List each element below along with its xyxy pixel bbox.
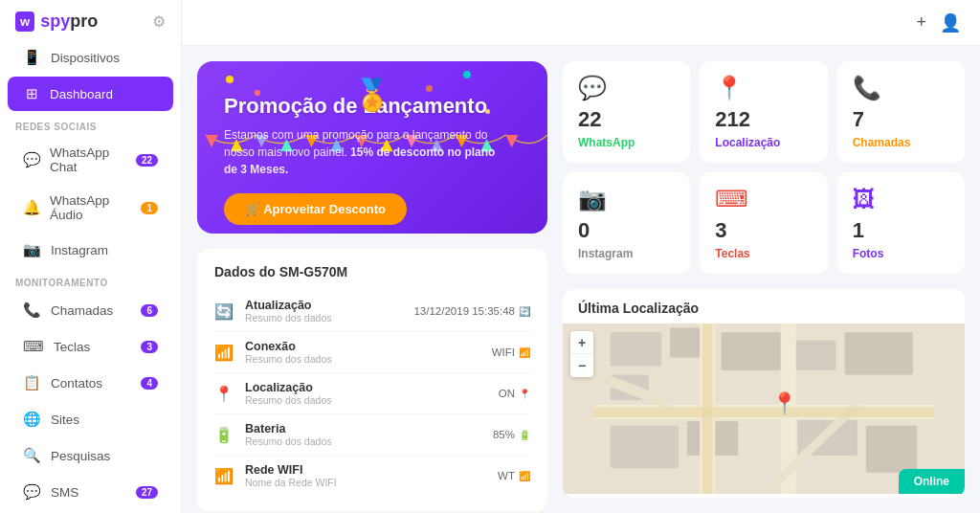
sidebar-item-dispositivos[interactable]: 📱 Dispositivos [8, 40, 173, 75]
stat-card-localizacao[interactable]: 📍 212 Localização [700, 61, 827, 163]
sidebar-item-dashboard[interactable]: ⊞ Dashboard [8, 77, 173, 111]
sidebar-item-label: Dispositivos [51, 51, 120, 65]
sidebar-item-whatsapp-chat[interactable]: 💬 WhatsApp Chat 22 [8, 137, 173, 183]
sidebar-item-label: WhatsApp Chat [50, 145, 126, 174]
device-row-info: Rede WIFI Nome da Rede WIFI [245, 463, 498, 488]
sidebar-item-sms[interactable]: 💬 SMS 27 [8, 475, 173, 509]
whatsapp-stat-number: 22 [578, 107, 675, 132]
map-pin: 📍 [771, 391, 797, 416]
localizacao-stat-icon: 📍 [715, 75, 812, 101]
whatsapp-icon: 💬 [23, 151, 40, 168]
device-data-section: Dados do SM-G570M 🔄 Atualização Resumo d… [197, 249, 547, 511]
sidebar-item-label: Sites [51, 413, 79, 427]
promo-banner: 🏅 Promoção de Lançamento Estamos com uma… [197, 61, 547, 234]
map-title: Última Localização [563, 289, 965, 323]
sidebar-item-whatsapp-audio[interactable]: 🔔 WhatsApp Áudio 1 [8, 185, 173, 231]
battery2-icon: 🔋 [519, 430, 530, 440]
sidebar-item-pesquisas[interactable]: 🔍 Pesquisas [8, 438, 173, 473]
search-icon: 🔍 [23, 447, 41, 464]
location3-icon: 📍 [519, 389, 530, 399]
fotos-stat-number: 1 [853, 218, 949, 243]
chamadas-badge: 6 [141, 304, 158, 317]
sidebar-item-label: Chamadas [51, 303, 113, 318]
contacts-icon: 📋 [23, 374, 41, 391]
device-row-rede-wifi: 📶 Rede WIFI Nome da Rede WIFI WT 📶 [214, 456, 530, 496]
sidebar-item-chamadas[interactable]: 📞 Chamadas 6 [8, 293, 173, 327]
zoom-out-button[interactable]: − [570, 354, 593, 377]
add-icon[interactable]: + [916, 12, 926, 33]
wifi2-icon: 📶 [519, 347, 530, 358]
whatsapp-audio-badge: 1 [141, 202, 158, 214]
device-row-value: ON 📍 [499, 388, 530, 399]
wifi3-icon: 📶 [214, 467, 235, 485]
svg-rect-18 [790, 341, 836, 370]
user-icon[interactable]: 👤 [940, 12, 961, 33]
web-icon: 🌐 [23, 411, 41, 428]
refresh-icon: 🔄 [214, 302, 235, 321]
topbar: + 👤 [182, 0, 980, 46]
teclas-stat-icon: ⌨ [715, 186, 812, 212]
instagram-icon: 📷 [23, 241, 41, 258]
content-area: 🏅 Promoção de Lançamento Estamos com uma… [182, 46, 980, 513]
config-icon[interactable]: ⚙ [152, 12, 166, 31]
promo-button[interactable]: 🛒 Aproveitar Desconto [224, 193, 407, 225]
sidebar-item-label: WhatsApp Áudio [50, 193, 131, 222]
audio-icon: 🔔 [23, 199, 40, 216]
stat-card-whatsapp[interactable]: 💬 22 WhatsApp [563, 61, 690, 163]
wifi-icon: 📶 [214, 344, 235, 362]
sidebar: w spypro ⚙ 📱 Dispositivos ⊞ Dashboard RE… [0, 0, 182, 513]
promo-description: Estamos com uma promoção para o lançamen… [224, 126, 511, 178]
teclas-stat-number: 3 [715, 218, 812, 243]
device-title: Dados do SM-G570M [214, 264, 530, 279]
sidebar-item-contatos[interactable]: 📋 Contatos 4 [8, 366, 173, 400]
stats-grid: 💬 22 WhatsApp 📍 212 Localização 📞 7 Cham… [563, 61, 965, 274]
whatsapp-chat-badge: 22 [136, 154, 158, 167]
stat-card-teclas[interactable]: ⌨ 3 Teclas [700, 172, 827, 274]
location2-icon: 📍 [214, 385, 235, 403]
instagram-stat-label: Instagram [578, 247, 675, 260]
sidebar-item-sites[interactable]: 🌐 Sites [8, 402, 173, 436]
localizacao-stat-number: 212 [715, 107, 812, 132]
battery-icon: 🔋 [214, 426, 235, 444]
localizacao-stat-label: Localização [715, 136, 812, 149]
sidebar-item-label: Pesquisas [51, 449, 110, 463]
wifi4-icon: 📶 [519, 471, 530, 481]
device-row-localizacao: 📍 Localização Resumo dos dados ON 📍 [214, 373, 530, 414]
keyboard-icon: ⌨ [23, 338, 44, 355]
stat-card-instagram[interactable]: 📷 0 Instagram [563, 172, 690, 274]
contatos-badge: 4 [141, 377, 158, 390]
teclas-badge: 3 [141, 341, 158, 353]
svg-rect-19 [845, 332, 913, 375]
section-redes: REDES SOCIAIS [0, 112, 181, 136]
stat-card-chamadas[interactable]: 📞 7 Chamadas [837, 61, 965, 163]
device-row-atualizacao: 🔄 Atualização Resumo dos dados 13/12/201… [214, 291, 530, 332]
phone2-icon: 📞 [23, 301, 41, 319]
device-row-info: Localização Resumo dos dados [245, 381, 499, 406]
device-row-bateria: 🔋 Bateria Resumo dos dados 85% 🔋 [214, 414, 530, 456]
device-row-conexao: 📶 Conexão Resumo dos dados WIFI 📶 [214, 332, 530, 373]
whatsapp-stat-label: WhatsApp [578, 136, 675, 149]
teclas-stat-label: Teclas [715, 247, 812, 260]
sidebar-item-teclas[interactable]: ⌨ Teclas 3 [8, 329, 173, 364]
device-row-info: Bateria Resumo dos dados [245, 422, 493, 447]
map-controls: + − [570, 331, 593, 377]
stat-card-fotos[interactable]: 🖼 1 Fotos [837, 172, 965, 274]
section-monitoramento: MONITORAMENTO [0, 268, 181, 292]
svg-rect-23 [866, 426, 917, 473]
sidebar-item-label: Instagram [51, 243, 108, 257]
sidebar-item-instagram[interactable]: 📷 Instagram [8, 233, 173, 267]
device-row-info: Atualização Resumo dos dados [245, 299, 413, 323]
fotos-stat-icon: 🖼 [853, 186, 949, 212]
logo-area: w spypro ⚙ [0, 0, 181, 39]
sidebar-item-label: Contatos [51, 376, 102, 390]
svg-marker-0 [206, 135, 218, 147]
fotos-stat-label: Fotos [853, 247, 949, 260]
instagram-stat-number: 0 [578, 218, 675, 243]
map-section: Última Localização [563, 289, 965, 498]
zoom-in-button[interactable]: + [570, 331, 593, 354]
svg-rect-28 [702, 323, 713, 494]
instagram-stat-icon: 📷 [578, 186, 675, 212]
svg-rect-27 [593, 407, 934, 417]
chamadas-stat-number: 7 [853, 107, 949, 132]
svg-rect-14 [611, 332, 661, 367]
